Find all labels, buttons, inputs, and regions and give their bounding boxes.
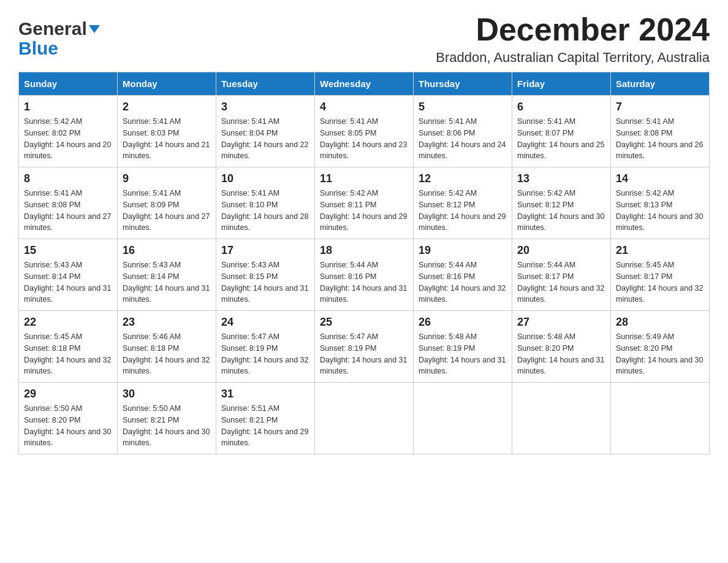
- header-sunday: Sunday: [19, 72, 118, 96]
- day-info: Sunrise: 5:48 AM Sunset: 8:19 PM Dayligh…: [419, 331, 507, 377]
- sunrise-label: Sunrise: 5:44 AM: [320, 261, 378, 269]
- sunset-label: Sunset: 8:10 PM: [221, 201, 278, 209]
- day-info: Sunrise: 5:43 AM Sunset: 8:15 PM Dayligh…: [221, 259, 309, 305]
- calendar-week-row: 15 Sunrise: 5:43 AM Sunset: 8:14 PM Dayl…: [19, 239, 710, 311]
- day-info: Sunrise: 5:45 AM Sunset: 8:18 PM Dayligh…: [24, 331, 112, 377]
- day-info: Sunrise: 5:41 AM Sunset: 8:05 PM Dayligh…: [320, 116, 408, 162]
- calendar-week-row: 8 Sunrise: 5:41 AM Sunset: 8:08 PM Dayli…: [19, 167, 710, 239]
- day-number: 25: [320, 316, 408, 329]
- daylight-label: Daylight: 14 hours and 30 minutes.: [616, 356, 703, 376]
- table-row: 9 Sunrise: 5:41 AM Sunset: 8:09 PM Dayli…: [118, 167, 216, 239]
- table-row: 3 Sunrise: 5:41 AM Sunset: 8:04 PM Dayli…: [216, 96, 315, 167]
- daylight-label: Daylight: 14 hours and 32 minutes.: [221, 356, 308, 376]
- daylight-label: Daylight: 14 hours and 31 minutes.: [24, 284, 111, 304]
- day-info: Sunrise: 5:42 AM Sunset: 8:13 PM Dayligh…: [616, 188, 704, 234]
- day-number: 2: [123, 101, 211, 113]
- sunset-label: Sunset: 8:09 PM: [123, 201, 179, 209]
- header-saturday: Saturday: [611, 72, 710, 96]
- sunset-label: Sunset: 8:08 PM: [24, 201, 80, 209]
- day-number: 9: [123, 172, 211, 185]
- sunset-label: Sunset: 8:12 PM: [517, 201, 574, 209]
- day-number: 28: [616, 316, 704, 329]
- header-tuesday: Tuesday: [216, 72, 315, 96]
- daylight-label: Daylight: 14 hours and 30 minutes.: [517, 212, 604, 232]
- sunrise-label: Sunrise: 5:47 AM: [320, 332, 378, 341]
- sunrise-label: Sunrise: 5:42 AM: [419, 189, 477, 197]
- location-title: Braddon, Australian Capital Territory, A…: [436, 50, 710, 66]
- table-row: [414, 383, 512, 454]
- sunrise-label: Sunrise: 5:49 AM: [616, 332, 674, 341]
- table-row: 25 Sunrise: 5:47 AM Sunset: 8:19 PM Dayl…: [315, 311, 414, 383]
- day-number: 8: [24, 172, 112, 185]
- table-row: [315, 383, 414, 454]
- calendar-week-row: 1 Sunrise: 5:42 AM Sunset: 8:02 PM Dayli…: [19, 96, 710, 167]
- day-info: Sunrise: 5:48 AM Sunset: 8:20 PM Dayligh…: [517, 331, 605, 377]
- daylight-label: Daylight: 14 hours and 22 minutes.: [221, 140, 308, 161]
- day-info: Sunrise: 5:51 AM Sunset: 8:21 PM Dayligh…: [221, 403, 309, 449]
- day-number: 1: [24, 101, 112, 113]
- table-row: 24 Sunrise: 5:47 AM Sunset: 8:19 PM Dayl…: [216, 311, 315, 383]
- day-number: 5: [419, 101, 507, 113]
- day-info: Sunrise: 5:41 AM Sunset: 8:09 PM Dayligh…: [123, 188, 211, 234]
- day-info: Sunrise: 5:41 AM Sunset: 8:04 PM Dayligh…: [221, 116, 309, 162]
- day-number: 31: [221, 388, 309, 400]
- table-row: 29 Sunrise: 5:50 AM Sunset: 8:20 PM Dayl…: [19, 383, 118, 454]
- sunset-label: Sunset: 8:13 PM: [616, 201, 672, 209]
- day-number: 23: [123, 316, 211, 329]
- sunrise-label: Sunrise: 5:41 AM: [221, 117, 279, 126]
- table-row: 6 Sunrise: 5:41 AM Sunset: 8:07 PM Dayli…: [512, 96, 611, 167]
- day-info: Sunrise: 5:46 AM Sunset: 8:18 PM Dayligh…: [123, 331, 211, 377]
- day-info: Sunrise: 5:42 AM Sunset: 8:12 PM Dayligh…: [419, 188, 507, 234]
- sunset-label: Sunset: 8:14 PM: [123, 272, 179, 281]
- header-thursday: Thursday: [414, 72, 512, 96]
- daylight-label: Daylight: 14 hours and 31 minutes.: [419, 356, 506, 376]
- sunrise-label: Sunrise: 5:47 AM: [221, 332, 279, 341]
- table-row: 2 Sunrise: 5:41 AM Sunset: 8:03 PM Dayli…: [118, 96, 216, 167]
- daylight-label: Daylight: 14 hours and 32 minutes.: [123, 356, 210, 376]
- day-number: 12: [419, 172, 507, 185]
- sunset-label: Sunset: 8:21 PM: [123, 416, 179, 424]
- sunrise-label: Sunrise: 5:42 AM: [616, 189, 674, 197]
- day-info: Sunrise: 5:44 AM Sunset: 8:16 PM Dayligh…: [320, 259, 408, 305]
- day-info: Sunrise: 5:47 AM Sunset: 8:19 PM Dayligh…: [221, 331, 309, 377]
- sunset-label: Sunset: 8:16 PM: [419, 272, 475, 281]
- daylight-label: Daylight: 14 hours and 30 minutes.: [616, 212, 703, 232]
- daylight-label: Daylight: 14 hours and 24 minutes.: [419, 140, 506, 161]
- sunrise-label: Sunrise: 5:41 AM: [616, 117, 674, 126]
- table-row: 17 Sunrise: 5:43 AM Sunset: 8:15 PM Dayl…: [216, 239, 315, 311]
- sunrise-label: Sunrise: 5:45 AM: [24, 332, 82, 341]
- day-number: 18: [320, 244, 408, 257]
- daylight-label: Daylight: 14 hours and 30 minutes.: [123, 427, 210, 448]
- sunrise-label: Sunrise: 5:43 AM: [221, 261, 279, 269]
- sunset-label: Sunset: 8:11 PM: [320, 201, 376, 209]
- table-row: 28 Sunrise: 5:49 AM Sunset: 8:20 PM Dayl…: [611, 311, 710, 383]
- table-row: 12 Sunrise: 5:42 AM Sunset: 8:12 PM Dayl…: [414, 167, 512, 239]
- table-row: 22 Sunrise: 5:45 AM Sunset: 8:18 PM Dayl…: [19, 311, 118, 383]
- day-info: Sunrise: 5:41 AM Sunset: 8:07 PM Dayligh…: [517, 116, 605, 162]
- calendar-week-row: 22 Sunrise: 5:45 AM Sunset: 8:18 PM Dayl…: [19, 311, 710, 383]
- day-number: 19: [419, 244, 507, 257]
- table-row: 7 Sunrise: 5:41 AM Sunset: 8:08 PM Dayli…: [611, 96, 710, 167]
- table-row: 20 Sunrise: 5:44 AM Sunset: 8:17 PM Dayl…: [512, 239, 611, 311]
- table-row: [512, 383, 611, 454]
- sunset-label: Sunset: 8:12 PM: [419, 201, 475, 209]
- day-number: 24: [221, 316, 309, 329]
- sunrise-label: Sunrise: 5:48 AM: [517, 332, 575, 341]
- sunrise-label: Sunrise: 5:45 AM: [616, 261, 674, 269]
- day-number: 13: [517, 172, 605, 185]
- day-info: Sunrise: 5:42 AM Sunset: 8:12 PM Dayligh…: [517, 188, 605, 234]
- day-info: Sunrise: 5:41 AM Sunset: 8:03 PM Dayligh…: [123, 116, 211, 162]
- sunset-label: Sunset: 8:04 PM: [221, 129, 278, 137]
- sunrise-label: Sunrise: 5:44 AM: [517, 261, 575, 269]
- sunset-label: Sunset: 8:20 PM: [517, 344, 574, 353]
- logo-blue-text: Blue: [18, 38, 58, 59]
- table-row: 10 Sunrise: 5:41 AM Sunset: 8:10 PM Dayl…: [216, 167, 315, 239]
- sunrise-label: Sunrise: 5:41 AM: [123, 189, 181, 197]
- sunrise-label: Sunrise: 5:50 AM: [123, 404, 181, 413]
- sunset-label: Sunset: 8:20 PM: [24, 416, 80, 424]
- daylight-label: Daylight: 14 hours and 31 minutes.: [517, 356, 604, 376]
- sunrise-label: Sunrise: 5:41 AM: [123, 117, 181, 126]
- sunset-label: Sunset: 8:19 PM: [320, 344, 376, 353]
- daylight-label: Daylight: 14 hours and 31 minutes.: [221, 284, 308, 304]
- table-row: 4 Sunrise: 5:41 AM Sunset: 8:05 PM Dayli…: [315, 96, 414, 167]
